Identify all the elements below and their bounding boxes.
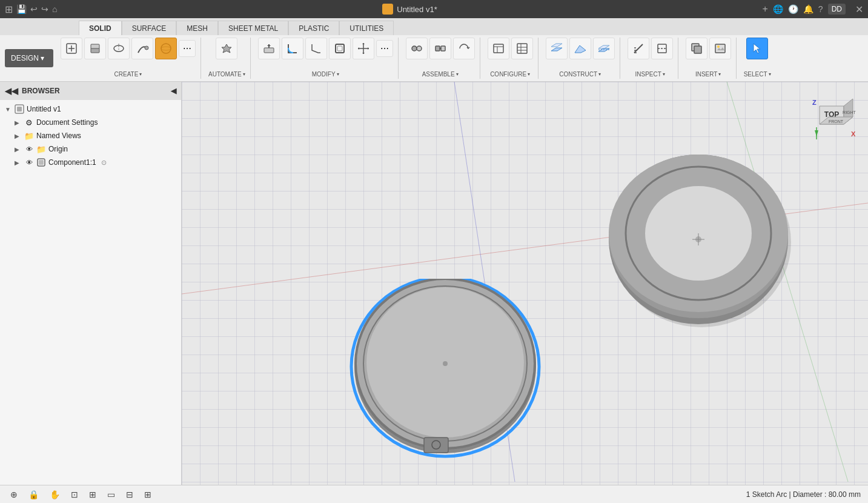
table-btn[interactable] <box>511 38 533 59</box>
tab-mesh[interactable]: MESH <box>176 21 218 35</box>
toolbar: SOLID SURFACE MESH SHEET METAL PLASTIC U… <box>0 18 868 82</box>
browser-collapse-btn[interactable]: ◀ <box>171 87 176 95</box>
svg-rect-11 <box>336 44 344 53</box>
motion-btn[interactable] <box>453 38 475 59</box>
measure-btn[interactable] <box>628 38 649 59</box>
svg-text:RIGHT: RIGHT <box>843 110 856 115</box>
modify-more-btn[interactable]: ⋯ <box>376 40 393 57</box>
params-btn[interactable] <box>488 38 509 59</box>
svg-rect-33 <box>694 46 701 53</box>
expand-arrow-views[interactable]: ▶ <box>15 133 22 139</box>
new-component-btn[interactable] <box>61 38 82 59</box>
lock-btn[interactable]: 🔒 <box>25 488 42 501</box>
expand-arrow-doc[interactable]: ▶ <box>15 119 22 126</box>
svg-rect-10 <box>264 48 274 53</box>
modify-label[interactable]: MODIFY▾ <box>312 71 339 78</box>
tool-buttons: DESIGN ▾ ⋯ <box>0 35 868 81</box>
modify-tools: ⋯ <box>258 38 393 59</box>
online-icon[interactable]: 🌐 <box>773 4 783 14</box>
select-btn[interactable] <box>746 38 768 59</box>
grid-btn[interactable]: ⊟ <box>123 488 136 501</box>
visibility-icon-comp1[interactable]: 👁 <box>24 158 34 167</box>
revolve-btn[interactable] <box>108 38 130 59</box>
mid-plane-btn[interactable] <box>593 38 615 59</box>
construct-label[interactable]: CONSTRUCT▾ <box>559 71 601 78</box>
select-label[interactable]: SELECT▾ <box>744 71 771 78</box>
joint-btn[interactable] <box>406 38 428 59</box>
inspect-label[interactable]: INSPECT▾ <box>635 71 664 78</box>
insert-derive-btn[interactable] <box>686 38 707 59</box>
rigid-btn[interactable] <box>429 38 451 59</box>
svg-rect-21 <box>517 44 527 53</box>
app-grid-icon[interactable]: ⊞ <box>5 4 13 15</box>
user-avatar[interactable]: DD <box>828 4 846 15</box>
design-dropdown[interactable]: DESIGN ▾ <box>5 49 53 67</box>
section-btn[interactable] <box>651 38 673 59</box>
create-group: ⋯ CREATE▾ <box>56 38 201 79</box>
tree-item-root[interactable]: ▼ Untitled v1 <box>0 102 181 116</box>
construct-tools <box>546 38 615 59</box>
svg-line-26 <box>634 44 643 53</box>
main-area: ◀◀ BROWSER ◀ ▼ Untitled v1 ▶ ⚙ Document … <box>0 82 868 485</box>
tab-plastic[interactable]: PLASTIC <box>288 21 339 35</box>
component-icon-comp1 <box>36 158 46 167</box>
modify-group: ⋯ MODIFY▾ <box>253 38 399 79</box>
pan-btn[interactable]: ✋ <box>47 488 63 501</box>
view-layout-btn[interactable]: ⊞ <box>141 488 154 501</box>
component-extra-icon[interactable]: ⊙ <box>101 159 107 167</box>
save-icon[interactable]: 💾 <box>16 4 27 14</box>
tab-sheet-metal[interactable]: SHEET METAL <box>218 21 288 35</box>
expand-arrow-comp1[interactable]: ▶ <box>15 159 22 166</box>
clock-icon[interactable]: 🕐 <box>788 4 798 14</box>
tab-solid[interactable]: SOLID <box>79 21 122 35</box>
extrude-btn[interactable] <box>84 38 106 59</box>
title-text: Untitled v1* <box>397 5 437 14</box>
assemble-label[interactable]: ASSEMBLE▾ <box>422 71 459 78</box>
expand-arrow-root[interactable]: ▼ <box>5 106 12 113</box>
add-tab-icon[interactable]: + <box>763 4 768 15</box>
sphere-btn[interactable] <box>155 38 177 59</box>
tree-item-label-comp1: Component1:1 <box>48 158 96 167</box>
fillet-btn[interactable] <box>282 38 303 59</box>
push-pull-btn[interactable] <box>258 38 280 59</box>
insert-canvas-btn[interactable] <box>709 38 731 59</box>
configure-label[interactable]: CONFIGURE▾ <box>490 71 530 78</box>
help-icon[interactable]: ? <box>818 4 823 14</box>
move-btn[interactable] <box>353 38 374 59</box>
create-more-btn[interactable]: ⋯ <box>179 40 196 57</box>
view-cube[interactable]: TOP RIGHT FRONT Z X <box>807 94 856 142</box>
redo-icon[interactable]: ↪ <box>41 4 48 14</box>
undo-icon[interactable]: ↩ <box>30 4 38 14</box>
automate-btn[interactable] <box>216 38 237 59</box>
tree-item-origin[interactable]: ▶ 👁 📁 Origin <box>0 142 181 156</box>
create-label[interactable]: CREATE▾ <box>114 71 142 78</box>
tree-item-label-doc: Document Settings <box>36 118 98 127</box>
offset-plane-btn[interactable] <box>546 38 568 59</box>
tree-item-named-views[interactable]: ▶ 📁 Named Views <box>0 129 181 142</box>
insert-tools <box>686 38 731 59</box>
close-icon[interactable]: ✕ <box>855 4 863 15</box>
zoom-window-btn[interactable]: ⊡ <box>68 488 81 501</box>
tab-utilities[interactable]: UTILITIES <box>339 21 394 35</box>
zoom-fit-btn[interactable]: ⊞ <box>86 488 99 501</box>
display-btn[interactable]: ▭ <box>104 488 118 501</box>
sweep-btn[interactable] <box>131 38 153 59</box>
tab-surface[interactable]: SURFACE <box>122 21 177 35</box>
expand-arrow-origin[interactable]: ▶ <box>15 146 22 153</box>
visibility-icon-origin[interactable]: 👁 <box>24 144 34 154</box>
svg-point-13 <box>412 46 417 51</box>
home-icon[interactable]: ⌂ <box>52 4 57 14</box>
automate-label[interactable]: AUTOMATE▾ <box>208 71 245 78</box>
bell-icon[interactable]: 🔔 <box>803 4 813 14</box>
tree-item-component1[interactable]: ▶ 👁 Component1:1 ⊙ <box>0 156 181 169</box>
insert-label[interactable]: INSERT▾ <box>695 71 721 78</box>
tree-item-doc-settings[interactable]: ▶ ⚙ Document Settings <box>0 116 181 129</box>
plane-angle-btn[interactable] <box>569 38 591 59</box>
tab-bar: SOLID SURFACE MESH SHEET METAL PLASTIC U… <box>0 18 868 35</box>
viewport[interactable]: TOP RIGHT FRONT Z X <box>182 82 868 485</box>
shell-btn[interactable] <box>329 38 351 59</box>
svg-point-7 <box>145 46 148 50</box>
chamfer-btn[interactable] <box>305 38 327 59</box>
collapse-left-icon[interactable]: ◀◀ <box>5 86 18 96</box>
snap-btn[interactable]: ⊕ <box>7 488 21 501</box>
